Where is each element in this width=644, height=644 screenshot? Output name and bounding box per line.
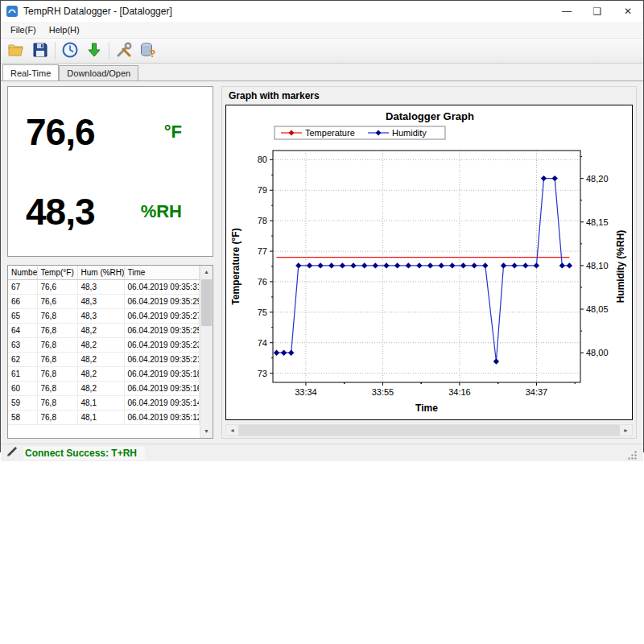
scroll-right-icon[interactable]: ► — [620, 425, 632, 436]
table-row[interactable]: 6476,848,206.04.2019 09:35:25 — [8, 323, 200, 337]
humidity-reading: 48,3 %RH — [8, 190, 213, 233]
chart-canvas: 737475767778798048,0048,0548,1048,1548,2… — [225, 105, 633, 420]
connect-icon — [6, 445, 19, 461]
svg-text:48,10: 48,10 — [586, 261, 609, 270]
table-cell: 48,3 — [77, 279, 124, 294]
humidity-value: 48,3 — [26, 190, 95, 233]
table-cell: 48,1 — [77, 395, 124, 410]
table-row[interactable]: 6676,648,306.04.2019 09:35:29 — [8, 294, 200, 308]
table-row[interactable]: 6176,848,206.04.2019 09:35:18 — [8, 366, 200, 381]
menu-file[interactable]: File(F) — [4, 23, 43, 36]
download-button[interactable] — [82, 39, 106, 62]
data-table-panel: Number Temp(°F) Hum (%RH) Time 6776,648,… — [7, 265, 213, 439]
table-cell: 06.04.2019 09:35:14 — [124, 395, 200, 410]
svg-text:80: 80 — [258, 155, 267, 164]
table-cell: 06.04.2019 09:35:18 — [124, 366, 200, 381]
temperature-reading: 76,6 °F — [8, 110, 213, 154]
svg-text:Time: Time — [415, 402, 438, 414]
menu-help[interactable]: Help(H) — [43, 23, 86, 36]
table-cell: 76,6 — [37, 294, 77, 308]
minimize-button[interactable]: — — [551, 1, 582, 22]
scrollbar-thumb[interactable] — [201, 279, 212, 326]
col-time[interactable]: Time — [124, 266, 200, 279]
tab-real-time[interactable]: Real-Time — [2, 64, 59, 80]
database-question-icon: ? — [139, 41, 157, 61]
toolbar: ? — [1, 39, 643, 64]
svg-text:48,15: 48,15 — [586, 217, 609, 227]
close-button[interactable]: ✕ — [613, 1, 643, 22]
col-number[interactable]: Number — [8, 266, 37, 279]
scrollbar-thumb[interactable] — [238, 425, 620, 436]
table-cell: 48,2 — [77, 337, 124, 352]
maximize-button[interactable]: ❑ — [582, 1, 613, 22]
svg-text:48,20: 48,20 — [586, 174, 609, 184]
table-cell: 48,2 — [77, 366, 124, 381]
title-bar: TempRH Datalogger - [Datalogger] — ❑ ✕ — [1, 1, 643, 22]
status-bar: Connect Success: T+RH — [1, 444, 643, 461]
floppy-disk-icon — [31, 41, 49, 61]
svg-text:78: 78 — [258, 216, 267, 225]
table-row[interactable]: 6776,648,306.04.2019 09:35:31 — [8, 279, 200, 294]
graph-groupbox: Graph with markers 737475767778798048,00… — [221, 86, 637, 439]
table-body: 6776,648,306.04.2019 09:35:316676,648,30… — [8, 279, 200, 424]
col-humidity[interactable]: Hum (%RH) — [77, 266, 124, 279]
table-row[interactable]: 5976,848,106.04.2019 09:35:14 — [8, 395, 200, 410]
toolbar-separator — [109, 42, 109, 60]
open-button[interactable] — [4, 39, 28, 62]
main-content: 76,6 °F 48,3 %RH Number Temp(°F) Hum (%R… — [1, 80, 643, 444]
table-cell: 48,3 — [77, 308, 124, 323]
save-button[interactable] — [28, 39, 52, 62]
table-cell: 66 — [8, 294, 37, 308]
table-row[interactable]: 6276,848,206.04.2019 09:35:21 — [8, 352, 200, 366]
table-row[interactable]: 5876,848,106.04.2019 09:35:12 — [8, 410, 200, 424]
table-cell: 76,8 — [37, 410, 77, 424]
table-cell: 06.04.2019 09:35:23 — [124, 337, 200, 352]
table-cell: 76,8 — [37, 381, 77, 395]
svg-text:73: 73 — [258, 369, 267, 378]
resize-grip[interactable] — [627, 450, 638, 461]
scroll-up-icon[interactable]: ▲ — [200, 266, 213, 279]
svg-text:34:37: 34:37 — [526, 387, 548, 397]
table-cell: 48,2 — [77, 323, 124, 337]
table-row[interactable]: 6576,848,306.04.2019 09:35:27 — [8, 308, 200, 323]
table-cell: 60 — [8, 381, 37, 395]
scroll-left-icon[interactable]: ◄ — [226, 425, 238, 436]
download-arrow-icon — [85, 41, 103, 61]
table-cell: 06.04.2019 09:35:31 — [124, 279, 200, 294]
tab-download-open[interactable]: Download/Open — [59, 65, 138, 80]
chart-scrollbar[interactable]: ◄ ► — [225, 424, 633, 436]
table-cell: 64 — [8, 323, 37, 337]
table-cell: 48,1 — [77, 410, 124, 424]
table-cell: 06.04.2019 09:35:21 — [124, 352, 200, 366]
window-controls: — ❑ ✕ — [551, 1, 643, 22]
left-column: 76,6 °F 48,3 %RH Number Temp(°F) Hum (%R… — [7, 86, 213, 439]
svg-text:76: 76 — [258, 277, 267, 287]
col-temp[interactable]: Temp(°F) — [37, 266, 77, 279]
table-cell: 61 — [8, 366, 37, 381]
svg-text:77: 77 — [258, 246, 267, 256]
table-cell: 62 — [8, 352, 37, 366]
table-cell: 76,8 — [37, 323, 77, 337]
table-row[interactable]: 6076,848,206.04.2019 09:35:16 — [8, 381, 200, 395]
table-cell: 48,2 — [77, 352, 124, 366]
clock-icon — [61, 41, 79, 61]
database-button[interactable]: ? — [136, 39, 160, 62]
window-title: TempRH Datalogger - [Datalogger] — [23, 6, 172, 17]
table-row[interactable]: 6376,848,206.04.2019 09:35:23 — [8, 337, 200, 352]
svg-text:Humidity (%RH): Humidity (%RH) — [615, 230, 626, 303]
table-cell: 76,8 — [37, 366, 77, 381]
clock-button[interactable] — [58, 39, 82, 62]
readings-panel: 76,6 °F 48,3 %RH — [7, 86, 213, 257]
table-cell: 67 — [8, 279, 37, 294]
svg-text:74: 74 — [258, 338, 267, 348]
svg-text:79: 79 — [258, 185, 267, 195]
svg-text:75: 75 — [258, 308, 267, 317]
table-scrollbar[interactable]: ▲ ▼ — [200, 266, 213, 438]
settings-button[interactable] — [112, 39, 136, 62]
menu-bar: File(F) Help(H) — [1, 22, 643, 39]
scrollbar-track[interactable] — [238, 425, 620, 436]
data-table: Number Temp(°F) Hum (%RH) Time 6776,648,… — [8, 266, 200, 425]
scroll-down-icon[interactable]: ▼ — [200, 425, 213, 438]
svg-text:Humidity: Humidity — [392, 128, 427, 138]
table-cell: 76,6 — [37, 279, 77, 294]
